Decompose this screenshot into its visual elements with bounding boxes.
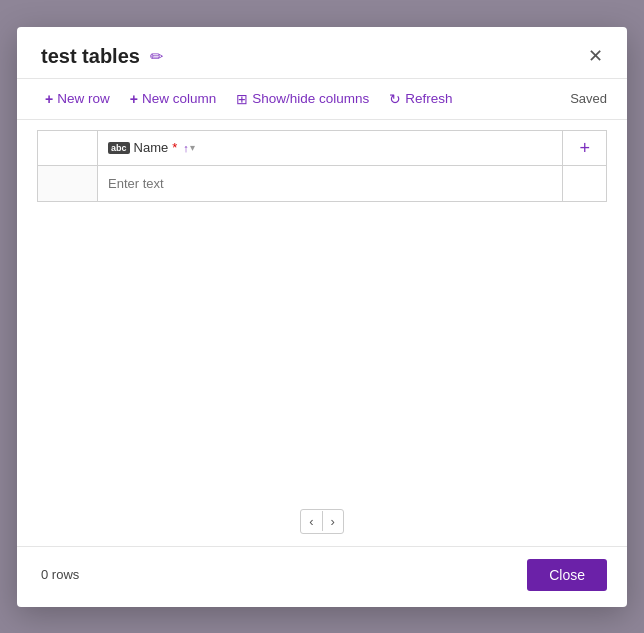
new-column-label: New column [142, 91, 216, 106]
show-hide-icon: ⊞ [236, 91, 248, 107]
table-area: abc Name * ↑ ▾ + [17, 120, 627, 497]
name-column-header: abc Name * ↑ ▾ [98, 130, 563, 165]
rows-count: 0 rows [41, 567, 79, 582]
modal-footer: 0 rows Close [17, 546, 627, 607]
column-type-icon: abc [108, 142, 130, 154]
sort-icons[interactable]: ↑ ▾ [183, 142, 195, 154]
show-hide-label: Show/hide columns [252, 91, 369, 106]
pagination-area: ‹ › [17, 497, 627, 546]
new-column-button[interactable]: + New column [122, 87, 224, 111]
close-modal-button[interactable]: Close [527, 559, 607, 591]
table-header-row: abc Name * ↑ ▾ + [38, 130, 607, 165]
pagination-nav: ‹ › [300, 509, 344, 534]
add-column-button[interactable]: + [573, 137, 596, 159]
modal-header: test tables ✏ ✕ [17, 27, 627, 79]
refresh-icon: ↻ [389, 91, 401, 107]
prev-page-button[interactable]: ‹ [301, 510, 321, 533]
required-indicator: * [172, 140, 177, 155]
data-table: abc Name * ↑ ▾ + [37, 130, 607, 202]
edit-icon[interactable]: ✏ [150, 47, 163, 66]
refresh-button[interactable]: ↻ Refresh [381, 87, 460, 111]
row-number-header [38, 130, 98, 165]
table-row [38, 165, 607, 201]
modal-title: test tables [41, 45, 140, 68]
enter-text-input[interactable] [98, 166, 562, 201]
plus-icon-col: + [130, 91, 138, 107]
next-page-button[interactable]: › [323, 510, 343, 533]
row-number-cell [38, 165, 98, 201]
new-row-button[interactable]: + New row [37, 87, 118, 111]
new-row-label: New row [57, 91, 110, 106]
add-column-header: + [563, 130, 607, 165]
column-name-label: Name [134, 140, 169, 155]
saved-status: Saved [570, 91, 607, 106]
empty-add-col-cell [563, 165, 607, 201]
modal-dialog: test tables ✏ ✕ + New row + New column ⊞… [17, 27, 627, 607]
show-hide-columns-button[interactable]: ⊞ Show/hide columns [228, 87, 377, 111]
close-button[interactable]: ✕ [584, 45, 607, 67]
refresh-label: Refresh [405, 91, 452, 106]
plus-icon: + [45, 91, 53, 107]
toolbar: + New row + New column ⊞ Show/hide colum… [17, 79, 627, 120]
name-cell[interactable] [98, 165, 563, 201]
